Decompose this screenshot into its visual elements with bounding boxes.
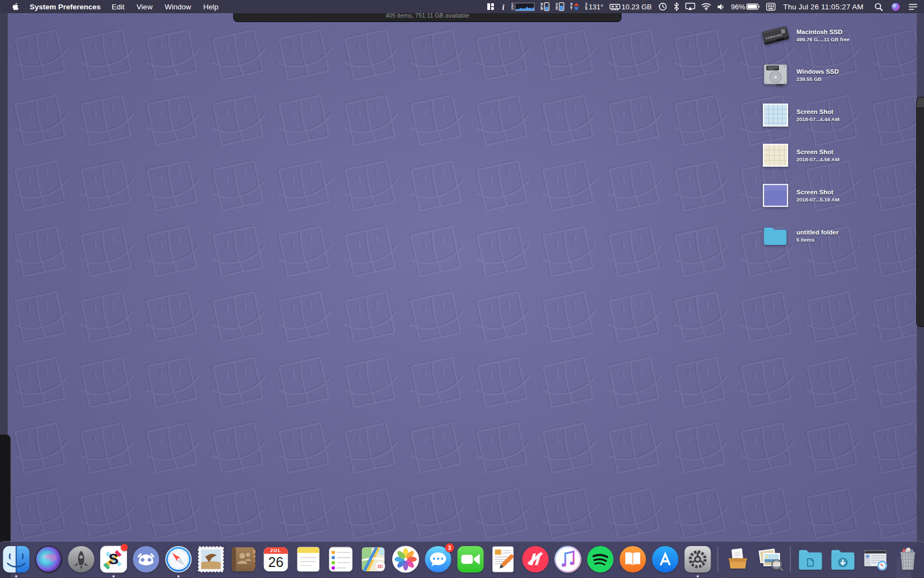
istat-bars-icon[interactable] xyxy=(487,3,495,10)
calendar-month: JUL xyxy=(264,547,288,554)
dock-item-itunes[interactable] xyxy=(554,546,582,573)
dock-item-discord[interactable] xyxy=(133,546,160,573)
svg-text:i: i xyxy=(502,3,504,11)
finder-window-edge[interactable]: 405 items, 751.11 GB available xyxy=(233,13,622,22)
appstore-icon xyxy=(652,546,679,573)
desktop-item-info: 2018-07...4.44 AM xyxy=(796,116,839,122)
battery-icon xyxy=(746,3,760,10)
dock-item-facetime[interactable] xyxy=(457,546,485,573)
dock-item-siri[interactable] xyxy=(35,546,63,573)
menu-view[interactable]: View xyxy=(136,3,152,11)
ssd-icon[interactable]: SAMSUNG xyxy=(761,21,790,50)
disk-meter[interactable]: HDD xyxy=(556,2,564,11)
menu-bar-status: i CPU MEM HDD NET SEN 131° 10.23 GB xyxy=(487,2,924,12)
running-indicator xyxy=(178,575,180,577)
ibooks-icon xyxy=(619,546,647,573)
menu-help[interactable]: Help xyxy=(203,3,218,11)
menu-items: EditViewWindowHelp xyxy=(112,3,218,11)
dock-item-messages[interactable]: 3 xyxy=(425,546,452,573)
network-meter[interactable]: NET xyxy=(570,2,579,11)
battery-status[interactable]: 96% xyxy=(731,3,760,11)
dock-item-trash[interactable] xyxy=(894,546,922,573)
menu-window[interactable]: Window xyxy=(164,3,191,11)
notification-center-icon[interactable] xyxy=(909,3,917,10)
dock-item-unarchiver[interactable] xyxy=(724,546,752,573)
dock-item-pages[interactable] xyxy=(490,546,517,573)
finder-status-text: 405 items, 751.11 GB available xyxy=(386,13,469,21)
menu-bar-clock[interactable]: Thu Jul 26 11:05:27 AM xyxy=(782,3,865,11)
spotlight-search-icon[interactable] xyxy=(875,3,883,11)
pages-icon xyxy=(490,546,517,573)
dock-item-system-preferences[interactable] xyxy=(684,546,712,573)
active-app-menu[interactable]: System Preferences xyxy=(30,3,101,11)
finder-icon xyxy=(3,546,30,573)
desktop-item-untitled-folder[interactable]: untitled folder5 items xyxy=(761,221,924,250)
running-indicator xyxy=(113,575,115,577)
launchpad-icon xyxy=(68,546,95,573)
dock-item-documents[interactable] xyxy=(797,546,824,573)
calendar-icon: JUL26 xyxy=(264,547,288,571)
memory-bar-icon xyxy=(544,2,549,11)
wifi-icon[interactable] xyxy=(701,3,711,10)
time-machine-icon[interactable] xyxy=(658,2,667,11)
shot_purple-icon[interactable] xyxy=(761,181,790,210)
spotify-icon xyxy=(587,546,614,573)
sensor-meter[interactable]: SEN 131° xyxy=(585,3,603,11)
shot_blue-icon[interactable] xyxy=(761,101,790,129)
calendar-day: 26 xyxy=(264,554,288,571)
svg-text:3D: 3D xyxy=(377,564,383,569)
system-preferences-icon xyxy=(684,546,712,573)
apple-menu[interactable] xyxy=(12,2,19,11)
dock-item-ibooks[interactable] xyxy=(619,546,647,573)
airplay-display-icon[interactable] xyxy=(685,3,695,11)
dock-item-reminders[interactable] xyxy=(327,546,355,573)
notes-icon xyxy=(295,546,322,573)
mail-icon xyxy=(197,546,225,573)
keyboard-input-icon[interactable] xyxy=(766,3,776,11)
desktop-item-windows-ssd[interactable]: Windows SSD239.55 GB xyxy=(761,61,924,89)
dock-item-news[interactable] xyxy=(522,546,549,573)
cpu-meter[interactable]: CPU xyxy=(512,3,535,11)
desktop-item-screenshot-3[interactable]: Screen Shot2018-07...5.19 AM xyxy=(761,181,924,210)
dock-item-launchpad[interactable] xyxy=(68,546,95,573)
desktop-item-name: Macintosh SSD xyxy=(796,29,850,35)
memory-usage[interactable]: 10.23 GB xyxy=(609,3,652,11)
dock-item-spotify[interactable] xyxy=(587,546,614,573)
hdd-icon[interactable] xyxy=(761,61,790,89)
desktop-item-name: Screen Shot xyxy=(796,108,839,115)
siri-menu-icon[interactable] xyxy=(891,2,900,12)
news-icon xyxy=(522,546,549,573)
dock-item-notes[interactable] xyxy=(295,546,322,573)
desktop-item-labels: Windows SSD239.55 GB xyxy=(796,68,839,82)
dock-item-photos[interactable] xyxy=(392,546,420,573)
dock-item-minimized-window[interactable] xyxy=(862,546,889,573)
memory-meter[interactable]: MEM xyxy=(541,2,549,11)
dock-item-downloads[interactable] xyxy=(829,546,857,573)
desktop-item-screenshot-2[interactable]: Screen Shot2018-07...4.56 AM xyxy=(761,141,924,170)
desktop-item-name: Screen Shot xyxy=(796,189,839,195)
istat-info-icon[interactable]: i xyxy=(501,3,505,11)
sensor-temp: 131° xyxy=(588,3,603,11)
unarchiver-icon xyxy=(724,546,752,573)
desktop-item-screenshot-1[interactable]: Screen Shot2018-07...4.44 AM xyxy=(761,101,924,129)
folder-icon[interactable] xyxy=(761,221,790,250)
offscreen-window-right[interactable] xyxy=(916,97,924,327)
bluetooth-icon[interactable] xyxy=(673,2,679,11)
dock-item-calendar[interactable]: JUL26 xyxy=(262,546,290,573)
dock-item-maps[interactable]: 3D xyxy=(360,546,387,573)
disk-bar-icon xyxy=(559,2,564,11)
itunes-icon xyxy=(554,546,582,573)
dock-item-contacts[interactable] xyxy=(230,546,257,573)
shot_cream-icon[interactable] xyxy=(761,141,790,170)
desktop-item-labels: Screen Shot2018-07...4.56 AM xyxy=(796,149,839,162)
volume-icon[interactable] xyxy=(717,3,725,10)
menu-edit[interactable]: Edit xyxy=(112,3,124,11)
dock-item-finder[interactable] xyxy=(3,546,30,573)
dock-item-appstore[interactable] xyxy=(652,546,679,573)
desktop-item-info: 2018-07...5.19 AM xyxy=(796,197,839,203)
desktop-item-macintosh-ssd[interactable]: SAMSUNGMacintosh SSD499.76 G....11 GB fr… xyxy=(761,21,924,50)
dock-item-preview[interactable] xyxy=(757,546,784,573)
dock-item-mail[interactable] xyxy=(197,546,225,573)
dock-item-slack[interactable]: S xyxy=(100,546,128,573)
dock-item-safari[interactable] xyxy=(165,546,193,573)
